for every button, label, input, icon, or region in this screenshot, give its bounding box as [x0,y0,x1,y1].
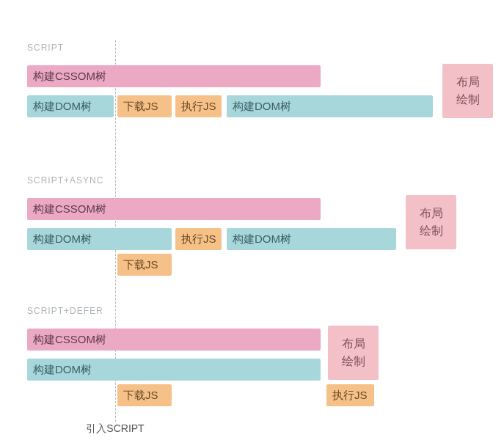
bar-defer-cssom: 构建CSSOM树 [27,329,321,351]
script-injection-label: 引入SCRIPT [86,422,144,436]
bar-defer-dom: 构建DOM树 [27,359,321,381]
paint-label: 绘制 [335,353,371,370]
layout-label: 布局 [450,73,486,91]
bar-defer-execute-js: 执行JS [326,384,374,406]
box-script-layout-paint: 布局 绘制 [442,64,493,118]
layout-label: 布局 [413,205,449,222]
diagram-canvas: 引入SCRIPT SCRIPT 构建CSSOM树 构建DOM树 下载JS 执行J… [0,0,504,440]
box-async-layout-paint: 布局 绘制 [406,195,456,249]
bar-async-cssom: 构建CSSOM树 [27,198,321,220]
bar-script-cssom: 构建CSSOM树 [27,65,321,87]
bar-async-dom2: 构建DOM树 [227,228,396,250]
bar-async-dom1: 构建DOM树 [27,228,172,250]
paint-label: 绘制 [413,222,449,240]
bar-script-dom1: 构建DOM树 [27,95,114,117]
bar-script-download-js: 下载JS [117,95,172,117]
paint-label: 绘制 [450,91,486,109]
section-title-defer: SCRIPT+DEFER [27,306,103,316]
bar-async-download-js: 下载JS [117,254,172,276]
bar-script-execute-js: 执行JS [175,95,222,117]
bar-script-dom2: 构建DOM树 [227,95,433,117]
box-defer-layout-paint: 布局 绘制 [328,326,379,380]
layout-label: 布局 [335,335,371,353]
section-title-async: SCRIPT+ASYNC [27,175,103,186]
bar-defer-download-js: 下载JS [117,384,172,406]
section-title-script: SCRIPT [27,43,64,53]
bar-async-execute-js: 执行JS [175,228,222,250]
